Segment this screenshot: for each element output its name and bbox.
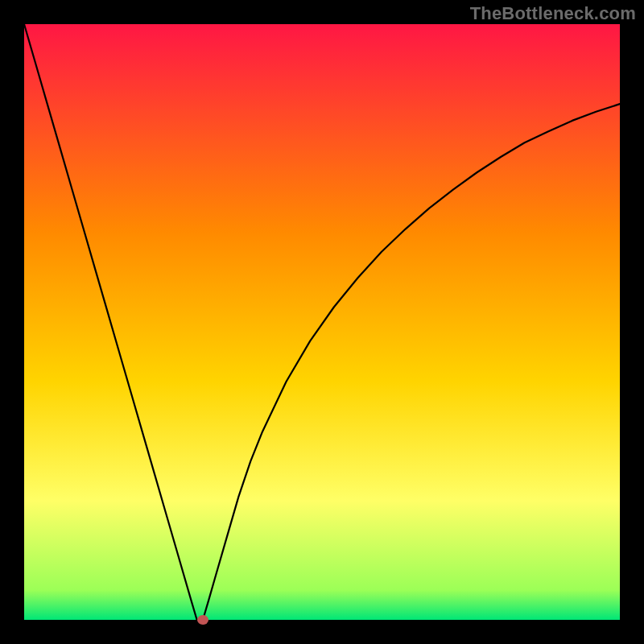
optimal-point-marker — [197, 615, 208, 625]
watermark-text: TheBottleneck.com — [470, 3, 636, 24]
chart-svg — [0, 0, 644, 644]
plot-background — [24, 24, 620, 620]
chart-container: TheBottleneck.com — [0, 0, 644, 644]
